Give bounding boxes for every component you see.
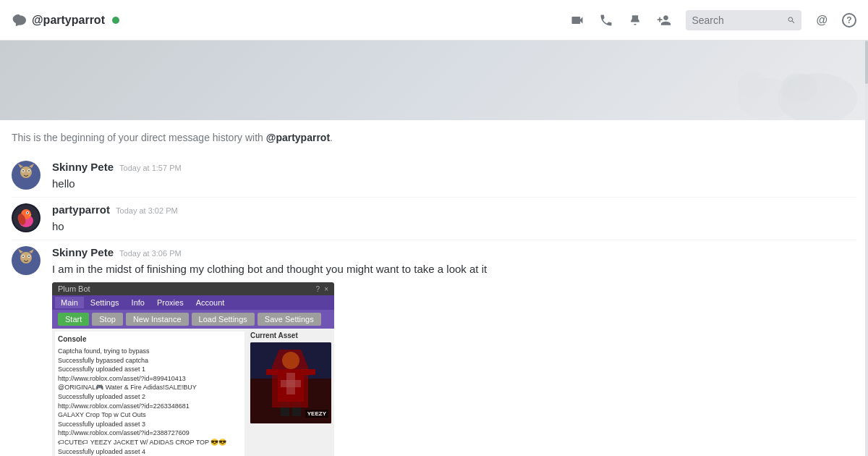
console-line: Successfully uploaded asset 2 (58, 392, 242, 402)
svg-point-25 (28, 256, 30, 257)
mentions-icon[interactable]: @ (816, 14, 827, 27)
message-header: partyparrot Today at 3:02 PM (52, 203, 856, 216)
message-group: Skinny Pete Today at 1:57 PM hello (12, 155, 856, 197)
pin-icon[interactable] (628, 13, 642, 28)
svg-rect-37 (292, 402, 301, 416)
menu-info: Info (126, 297, 150, 308)
console-line: Successfully uploaded asset 1 (58, 365, 242, 374)
svg-point-9 (22, 170, 24, 172)
online-status-dot (112, 17, 119, 24)
partyparrot-avatar-img (13, 205, 39, 231)
app-body: Console Captcha found, trying to bypass … (52, 329, 334, 456)
avatar (12, 161, 41, 190)
message-author: Skinny Pete (52, 161, 114, 173)
svg-point-17 (27, 212, 28, 214)
skinny-pete-avatar-img (13, 162, 39, 188)
close-icon: × (324, 285, 328, 293)
dm-username: @partyparrot (32, 14, 105, 27)
message-text: hello (52, 176, 856, 191)
phone-icon[interactable] (599, 13, 613, 28)
menu-main: Main (55, 297, 84, 308)
console-line: GALAXY Crop Top w Cut Outs (58, 410, 242, 420)
help-icon[interactable]: ? (842, 13, 856, 28)
console-title: Console (58, 334, 242, 345)
message-author: partyparrot (52, 203, 110, 216)
search-input[interactable] (692, 14, 783, 26)
message-timestamp: Today at 3:06 PM (119, 249, 182, 258)
message-timestamp: Today at 3:02 PM (116, 206, 178, 215)
asset-image: YEEZY (250, 342, 331, 423)
console-line: Captcha found, trying to bypass (58, 347, 242, 356)
console-line: Successfully uploaded asset 3 (58, 420, 242, 429)
console-line: Successfully uploaded asset 4 (58, 447, 242, 456)
avatar (12, 246, 41, 275)
stop-button: Stop (92, 313, 123, 326)
start-button: Start (58, 313, 89, 326)
header-actions: @ ? (570, 10, 856, 30)
message-content: Skinny Pete Today at 3:06 PM I am in the… (52, 246, 856, 456)
message-group: Skinny Pete Today at 3:06 PM I am in the… (12, 240, 856, 456)
beginning-text-after: . (330, 132, 333, 143)
new-instance-button: New Instance (126, 313, 189, 326)
message-content: partyparrot Today at 3:02 PM ho (52, 203, 856, 234)
message-author: Skinny Pete (52, 246, 114, 258)
app-menubar: Main Settings Info Proxies Account (52, 295, 334, 310)
beginning-text-before: This is the beginning of your direct mes… (12, 132, 266, 143)
console-line: Successfully bypassed captcha (58, 356, 242, 366)
header-left: @partyparrot (12, 13, 570, 28)
beginning-username: @partyparrot (266, 132, 330, 143)
svg-rect-33 (281, 380, 301, 387)
video-call-icon[interactable] (570, 13, 584, 28)
console-line: http://www.roblox.com/asset/?id=23887276… (58, 428, 242, 438)
console-line: @ORIGINAL🎮 Water & Fire Adidas!SALE!BUY (58, 383, 242, 392)
message-group: partyparrot Today at 3:02 PM ho (12, 197, 856, 240)
yeezy-label: YEEZY (305, 410, 328, 418)
main-content: This is the beginning of your direct mes… (0, 41, 868, 456)
svg-rect-36 (281, 402, 289, 416)
asset-title: Current Asset (250, 332, 298, 339)
svg-rect-34 (266, 369, 278, 375)
message-text: I am in the midst of finishing my clothi… (52, 261, 856, 276)
embedded-app-screenshot: Plum Bot ? × Main Settings Info Proxies … (52, 282, 334, 456)
beginning-notice: This is the beginning of your direct mes… (0, 120, 868, 149)
svg-rect-35 (304, 369, 315, 375)
save-settings-button: Save Settings (258, 313, 321, 326)
message-content: Skinny Pete Today at 1:57 PM hello (52, 161, 856, 191)
add-friend-icon[interactable] (657, 13, 671, 28)
app-asset-panel: Current Asset (247, 329, 334, 456)
message-header: Skinny Pete Today at 1:57 PM (52, 161, 856, 173)
menu-settings: Settings (85, 297, 125, 308)
app-toolbar: Start Stop New Instance Load Settings Sa… (52, 310, 334, 329)
messages-container: Skinny Pete Today at 1:57 PM hello (0, 149, 868, 456)
skinny-pete-avatar-img2 (13, 248, 39, 274)
app-console: Console Captcha found, trying to bypass … (55, 332, 244, 456)
menu-proxies: Proxies (151, 297, 190, 308)
svg-point-10 (28, 170, 30, 172)
search-icon (787, 15, 796, 25)
load-settings-button: Load Settings (192, 313, 255, 326)
scrollbar-track (865, 41, 868, 456)
svg-point-30 (282, 352, 299, 369)
console-line: http://www.roblox.com/asset/?id=22633486… (58, 402, 242, 411)
titlebar-controls: ? × (316, 285, 328, 293)
message-timestamp: Today at 1:57 PM (119, 164, 182, 172)
message-text: ho (52, 219, 856, 234)
banner-area (0, 41, 868, 120)
app-titlebar: Plum Bot ? × (52, 282, 334, 295)
dm-icon (12, 13, 26, 28)
app-title: Plum Bot (58, 284, 90, 293)
svg-rect-31 (278, 369, 304, 402)
menu-account: Account (190, 297, 231, 308)
avatar (12, 203, 41, 232)
scrollbar-thumb[interactable] (865, 41, 868, 84)
banner-decoration (687, 41, 868, 120)
console-line: http://www.roblox.com/asset/?id=89941041… (58, 374, 242, 384)
svg-point-24 (22, 256, 24, 257)
svg-point-4 (738, 72, 767, 98)
search-bar[interactable] (686, 10, 801, 30)
svg-rect-32 (286, 373, 295, 394)
console-line: 🏷CUTE🏷 YEEZY JACKET W/ ADIDAS CROP TOP 😎… (58, 438, 242, 447)
minimize-icon: ? (316, 285, 320, 293)
header: @partyparrot (0, 0, 868, 41)
message-header: Skinny Pete Today at 3:06 PM (52, 246, 856, 258)
